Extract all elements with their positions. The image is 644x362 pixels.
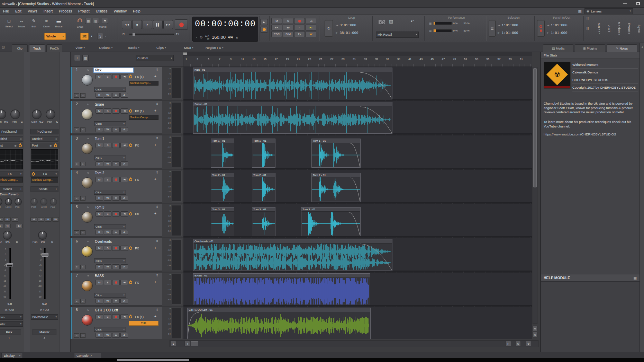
metronome-icon[interactable]: ▲ — [235, 35, 239, 39]
minimize-button[interactable] — [620, 1, 630, 7]
module-overflow-icon[interactable]: ⠿ — [586, 27, 589, 31]
strip-button-R[interactable]: R — [45, 217, 52, 222]
dim-solo-button[interactable]: DIM — [283, 31, 293, 37]
inspector-tab-track[interactable]: Track — [29, 44, 45, 52]
youtube-link[interactable]: https://www.youtube.com/CHERNOBYLSTUDIOS — [544, 132, 616, 136]
track-name[interactable]: BASS — [95, 274, 104, 278]
automation-button[interactable]: A — [120, 333, 128, 338]
power-icon[interactable] — [32, 173, 35, 176]
mute-button[interactable]: M — [96, 280, 103, 285]
menu-edit[interactable]: Edit — [12, 9, 25, 13]
workspace-dropdown[interactable]: Custom▾ — [136, 55, 174, 61]
selection-out-field[interactable]: ⇤1:01:000 — [498, 30, 518, 36]
menu-utilities[interactable]: Utilities — [93, 9, 111, 13]
fx-power-icon[interactable] — [129, 178, 132, 181]
automation-lane-icon[interactable]: ≈ — [80, 196, 85, 201]
automation-button[interactable]: A — [120, 93, 128, 98]
fx-bypass-button[interactable]: ∗ — [112, 127, 120, 132]
read-automation-button[interactable]: R — [96, 333, 103, 338]
audio-clip[interactable]: Tom 3 - 01 — [211, 207, 234, 236]
inspector-tab-proch[interactable]: ProCh — [46, 44, 62, 52]
solo-button[interactable]: S — [283, 18, 293, 24]
strip-button-⋈[interactable]: ⋈ — [16, 224, 22, 228]
record-button[interactable] — [175, 19, 188, 30]
menu-insert[interactable]: Insert — [40, 9, 56, 13]
strip-button-S[interactable]: S — [38, 217, 44, 222]
power-icon[interactable] — [54, 144, 57, 147]
fx-power-icon[interactable] — [129, 144, 132, 147]
audio-clip[interactable]: BASS - 01 — [193, 273, 370, 305]
album-field[interactable]: Cakewalk Demos — [572, 69, 638, 76]
audio-clip[interactable]: GTR 1 OD Left - 01 — [187, 308, 371, 339]
horizontal-scrollbar[interactable]: ▲ ◄ ► ⊖ ⊕ — [170, 340, 538, 347]
fx-rack-label[interactable]: FX — [135, 178, 139, 182]
track-header[interactable]: 3≈Tom 1⇕MS◄))FX+Clips▾≡≈RW∗A0-6-12-18-24… — [71, 135, 183, 169]
read-automation-button[interactable]: R — [96, 230, 103, 235]
write-automation-button[interactable]: W — [104, 196, 111, 201]
move-tool-button[interactable]: ↔Move — [15, 16, 28, 30]
menu-window[interactable]: Window — [111, 9, 130, 13]
solo-button[interactable]: S — [104, 246, 111, 251]
mute-button[interactable]: M — [96, 177, 103, 182]
automation-button[interactable]: A — [120, 196, 128, 201]
automation-lane-icon[interactable]: ≈ — [80, 299, 85, 303]
write-automation-button[interactable]: W — [104, 333, 111, 338]
sends-header[interactable]: Sends+ — [0, 186, 23, 192]
automation-lane-icon[interactable]: ≈ — [80, 265, 85, 269]
goto-start-button[interactable]: |◄ — [122, 32, 125, 35]
input-echo-button[interactable]: ◄)) — [120, 143, 128, 148]
time-signature[interactable]: 4/4 — [228, 35, 233, 39]
maximize-button[interactable] — [633, 1, 643, 7]
fx-plugin-chip[interactable]: Sonitus Comp... — [31, 177, 58, 183]
fader-thumb[interactable] — [42, 253, 48, 257]
add-fx-button[interactable]: + — [154, 74, 156, 78]
vertical-zoom-icon[interactable]: ▲ — [171, 341, 176, 346]
fx-power-icon[interactable] — [129, 109, 132, 113]
clips-dropdown[interactable]: Clips▾ — [94, 121, 126, 126]
transport-fast-forward-button[interactable]: ►► — [163, 20, 173, 29]
mix-list-icon[interactable]: ▤ — [389, 19, 393, 24]
automation-lane-icon[interactable]: ≈ — [80, 230, 85, 235]
fx-plugin-chip[interactable]: Sonitus Compr... — [129, 81, 158, 86]
tempo-value[interactable]: 160.00 — [212, 35, 226, 40]
volume-slider-icon[interactable]: ≡ — [74, 265, 79, 269]
v-scrollbar-thumb[interactable] — [533, 68, 537, 187]
punch-out-field[interactable]: ⇤1:01:000 — [547, 30, 568, 36]
dock-icon[interactable]: ⊡ — [2, 45, 4, 49]
exclusive-solo-button[interactable]: ◂S▸ — [283, 25, 293, 30]
volume-slider-icon[interactable]: ≡ — [74, 230, 79, 235]
audio-clip[interactable]: Tom 1 - 01 — [252, 139, 275, 168]
fx-power-icon[interactable] — [129, 247, 132, 250]
smart-tool-button[interactable]: ▶Smart — [0, 16, 3, 30]
input-echo-button[interactable]: ◄)) — [120, 108, 128, 114]
fx-plugin-chip[interactable]: Sonitus Comp... — [0, 177, 23, 183]
undo-icon[interactable]: ↶ — [410, 19, 414, 24]
arm-record-button[interactable] — [112, 280, 120, 285]
selection-in-field[interactable]: ⇥1:01:000 — [498, 22, 518, 28]
audio-clip[interactable]: Tom 2 - 01 — [252, 173, 275, 202]
arm-record-button[interactable] — [112, 74, 120, 79]
add-fx-button[interactable]: + — [154, 212, 156, 215]
prochannel-header[interactable]: ProChannel — [30, 129, 58, 134]
expand-collapse-icon[interactable]: ⇕ — [156, 308, 158, 311]
send-pan-knob[interactable] — [15, 199, 21, 205]
record-mode-button[interactable]: R! — [306, 25, 316, 30]
wave-button[interactable]: ≈ — [294, 25, 305, 30]
help-dock-icon[interactable]: ▣ — [634, 276, 637, 280]
mute-button[interactable]: M — [96, 314, 103, 319]
preset-row[interactable]: Untitled≡ — [0, 136, 23, 142]
automation-button[interactable]: A — [120, 230, 128, 235]
fx-plugin-chip[interactable]: TH3 — [129, 321, 158, 326]
transport-slider[interactable] — [129, 34, 174, 35]
fx-plugin-chip[interactable]: Sonitus Compr... — [129, 115, 158, 120]
clips-dropdown[interactable]: Clips▾ — [94, 190, 126, 195]
loop-icon[interactable]: ↻ — [325, 20, 333, 37]
solo-button[interactable]: S — [104, 108, 111, 114]
add-fx-button[interactable]: + — [154, 246, 156, 250]
view-menu-tracks[interactable]: Tracks▾ — [127, 46, 139, 50]
write-automation-button[interactable]: W — [104, 161, 111, 166]
mute-button[interactable]: M — [96, 108, 103, 114]
track-manager-icon[interactable]: ▦ — [82, 55, 89, 61]
read-automation-button[interactable]: R — [96, 196, 103, 201]
expand-collapse-icon[interactable]: ⇕ — [156, 205, 158, 209]
